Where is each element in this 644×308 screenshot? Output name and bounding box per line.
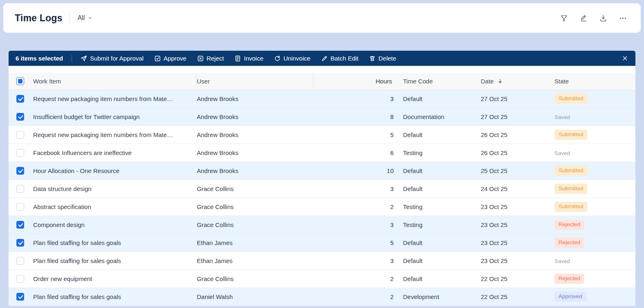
date-cell: 27 Oct 25 <box>473 113 547 120</box>
column-header-time-code[interactable]: Time Code <box>395 78 473 85</box>
table-row[interactable]: Plan filed staffing for sales goals Etha… <box>9 252 635 270</box>
state-badge: Saved <box>554 150 570 156</box>
row-checkbox-cell <box>9 257 33 265</box>
hours-cell: 3 <box>313 185 395 192</box>
view-selector-dropdown[interactable]: All <box>77 14 92 22</box>
row-checkbox[interactable] <box>16 221 24 229</box>
table-row[interactable]: Request new packaging item numbers from … <box>9 90 635 108</box>
row-checkbox[interactable] <box>16 257 24 265</box>
work-item-cell: Insufficient budget for Twitter campaign <box>33 113 197 120</box>
user-cell: Daniel Walsh <box>197 293 313 300</box>
column-header-date[interactable]: Date <box>473 78 547 85</box>
bulk-action-buttons: Submit for ApprovalApproveRejectInvoiceU… <box>81 55 396 62</box>
state-cell: Saved <box>547 257 635 264</box>
time-code-cell: Documentation <box>395 113 473 120</box>
state-cell: Submitted <box>547 202 635 211</box>
state-cell: Submitted <box>547 184 635 193</box>
column-header-work-item[interactable]: Work Item <box>33 73 197 90</box>
table-row[interactable]: Abstract specification Grace Collins 2 T… <box>9 198 635 216</box>
filter-button[interactable] <box>556 11 571 25</box>
row-checkbox[interactable] <box>16 131 24 139</box>
submit-approval-icon <box>81 55 87 62</box>
delete-button[interactable]: Delete <box>369 55 396 62</box>
date-cell: 24 Oct 25 <box>473 185 547 192</box>
row-checkbox[interactable] <box>16 293 24 301</box>
approve-button[interactable]: Approve <box>154 55 187 62</box>
row-checkbox[interactable] <box>16 167 24 175</box>
table-row[interactable]: Request new packaging item numbers from … <box>9 126 635 144</box>
more-options-button[interactable] <box>615 11 630 25</box>
table-row[interactable]: Plan filed staffing for sales goals Etha… <box>9 234 635 252</box>
bulk-action-label: Reject <box>207 55 224 62</box>
table-row[interactable]: Insufficient budget for Twitter campaign… <box>9 108 635 126</box>
row-checkbox[interactable] <box>16 275 24 283</box>
row-checkbox-cell <box>9 185 33 193</box>
column-header-label: Hours <box>376 78 392 85</box>
row-checkbox[interactable] <box>16 203 24 211</box>
user-cell: Andrew Brooks <box>197 113 313 120</box>
row-checkbox[interactable] <box>16 149 24 157</box>
approve-icon <box>154 55 161 62</box>
reject-button[interactable]: Reject <box>197 55 224 62</box>
row-checkbox[interactable] <box>16 239 24 247</box>
time-code-cell: Development <box>395 293 473 300</box>
hours-cell: 5 <box>313 131 395 138</box>
row-checkbox[interactable] <box>16 113 24 121</box>
user-cell: Andrew Brooks <box>197 167 313 174</box>
work-item-cell: Abstract specification <box>33 203 197 210</box>
header-checkbox-cell <box>9 77 33 85</box>
toolbar-actions <box>556 11 630 25</box>
date-cell: 23 Oct 25 <box>473 203 547 210</box>
close-action-bar-button[interactable] <box>619 53 630 64</box>
row-checkbox-cell <box>9 293 33 301</box>
work-item-cell: Plan filed staffing for sales goals <box>33 239 197 246</box>
more-options-icon <box>619 14 627 22</box>
state-badge: Rejected <box>554 274 584 283</box>
export-icon <box>599 14 607 22</box>
column-header-hours[interactable]: Hours <box>313 78 395 85</box>
edit-button[interactable] <box>576 11 591 25</box>
export-button[interactable] <box>596 11 610 25</box>
hours-cell: 10 <box>313 167 395 174</box>
table-row[interactable]: Facebook Influencers are ineffective And… <box>9 144 635 162</box>
state-badge: Rejected <box>554 220 584 229</box>
column-header-state[interactable]: State <box>547 78 635 85</box>
row-checkbox-cell <box>9 131 33 139</box>
delete-icon <box>369 55 376 62</box>
bulk-action-label: Uninvoice <box>284 55 311 62</box>
state-cell: Submitted <box>547 166 635 175</box>
work-item-cell: Facebook Influencers are ineffective <box>33 149 197 156</box>
table-row[interactable]: Order new equipment Grace Collins 2 Defa… <box>9 270 635 288</box>
hours-cell: 3 <box>313 221 395 228</box>
batch-edit-button[interactable]: Batch Edit <box>321 55 358 62</box>
select-all-checkbox[interactable] <box>16 77 24 85</box>
submit-for-approval-button[interactable]: Submit for Approval <box>81 55 144 62</box>
work-item-cell: Request new packaging item numbers from … <box>33 95 197 102</box>
work-item-cell: Plan filed staffing for sales goals <box>33 257 197 264</box>
work-item-cell: Data structure design <box>33 185 197 192</box>
table-row[interactable]: Plan filed staffing for sales goals Dani… <box>9 288 635 306</box>
date-cell: 22 Oct 25 <box>473 275 547 282</box>
time-code-cell: Default <box>395 257 473 264</box>
user-cell: Grace Collins <box>197 275 313 282</box>
row-checkbox-cell <box>9 239 33 247</box>
uninvoice-button[interactable]: Uninvoice <box>274 55 311 62</box>
table-row[interactable]: Data structure design Grace Collins 3 De… <box>9 180 635 198</box>
state-cell: Rejected <box>547 274 635 283</box>
bulk-action-bar: 6 items selected Submit for ApprovalAppr… <box>9 51 635 66</box>
time-code-cell: Default <box>395 275 473 282</box>
state-badge: Submitted <box>554 202 588 211</box>
state-cell: Submitted <box>547 94 635 103</box>
sort-desc-icon <box>497 78 503 84</box>
row-checkbox[interactable] <box>16 185 24 193</box>
work-item-cell: Component design <box>33 221 197 228</box>
column-header-user[interactable]: User <box>197 73 313 90</box>
row-checkbox[interactable] <box>16 95 24 103</box>
state-badge: Submitted <box>554 94 588 103</box>
table-row[interactable]: Component design Grace Collins 3 Testing… <box>9 216 635 234</box>
time-code-cell: Default <box>395 131 473 138</box>
table-row[interactable]: Hour Allocation - One Resource Andrew Br… <box>9 162 635 180</box>
state-badge: Rejected <box>554 238 584 247</box>
invoice-button[interactable]: Invoice <box>234 55 263 62</box>
page-header: Time Logs All <box>3 3 641 33</box>
